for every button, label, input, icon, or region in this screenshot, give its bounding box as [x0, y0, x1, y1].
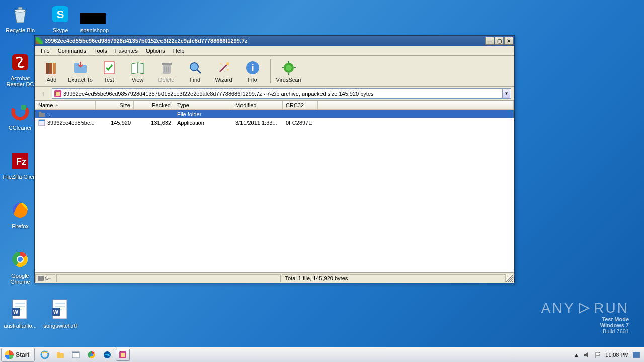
svg-rect-52	[39, 113, 45, 117]
address-dropdown[interactable]: ▼	[502, 89, 510, 98]
magnifier-icon	[187, 60, 203, 76]
desktop-icon-recycle-bin[interactable]: Recycle Bin	[2, 2, 38, 33]
svg-text:S: S	[57, 8, 64, 21]
flag-icon[interactable]	[594, 351, 601, 358]
resize-grip[interactable]	[506, 275, 513, 282]
col-size[interactable]: Size	[96, 101, 134, 109]
tool-label: Add	[47, 77, 57, 83]
task-app1[interactable]	[69, 349, 83, 361]
exe-icon	[38, 119, 45, 126]
menu-file[interactable]: File	[37, 47, 54, 55]
tool-find[interactable]: Find	[181, 57, 209, 85]
cell-crc: 0FC2897E	[283, 120, 318, 126]
task-winrar[interactable]	[116, 349, 130, 361]
table-row[interactable]: 39962ce4ed55bc... 145,920 131,632 Applic…	[35, 118, 514, 127]
tool-delete[interactable]: Delete	[152, 57, 180, 85]
tray-expand-icon[interactable]: ▲	[574, 352, 579, 358]
desktop-icon-filezilla[interactable]: Fz FileZilla Client	[2, 149, 38, 180]
play-icon	[578, 302, 591, 315]
disk-icon	[38, 276, 44, 281]
sort-asc-icon: ▲	[55, 103, 59, 107]
up-button[interactable]: ↑	[38, 88, 49, 99]
tool-wizard[interactable]: Wizard	[210, 57, 237, 85]
desktop-icon-label: Google Chrome	[2, 273, 38, 285]
start-button[interactable]: Start	[1, 348, 35, 362]
status-icons[interactable]	[35, 274, 55, 282]
cell-name: 39962ce4ed55bc...	[35, 119, 96, 126]
desktop-icon-skype[interactable]: S Skype	[42, 2, 78, 33]
address-field[interactable]: 39962ce4ed55bc96cd9857928d41357b0152ee3f…	[52, 88, 511, 99]
desktop-icon-chrome[interactable]: Google Chrome	[2, 247, 38, 285]
col-packed[interactable]: Packed	[134, 101, 174, 109]
tool-info[interactable]: iInfo	[238, 57, 266, 85]
svg-text:W: W	[13, 309, 19, 315]
col-name[interactable]: Name▲	[35, 101, 96, 109]
svg-rect-6	[21, 105, 26, 110]
task-explorer[interactable]	[53, 349, 67, 361]
system-tray: ▲ 11:08 PM	[570, 351, 644, 358]
task-edge[interactable]	[100, 349, 114, 361]
status-left	[56, 274, 281, 282]
watermark-line1: Test Mode	[541, 316, 629, 322]
svg-point-65	[90, 353, 93, 356]
desktop-icon-doc1[interactable]: W australianlo...	[2, 298, 38, 329]
col-type[interactable]: Type	[174, 101, 232, 109]
svg-point-36	[190, 63, 198, 71]
svg-rect-25	[46, 63, 49, 74]
taskbar: Start ▲ 11:08 PM	[0, 347, 644, 362]
maximize-button[interactable]: ▢	[495, 37, 504, 45]
svg-rect-69	[633, 352, 640, 358]
cell-size: 145,920	[96, 120, 134, 126]
file-rows[interactable]: .. File folder 39962ce4ed55bc... 145,920…	[35, 110, 514, 272]
svg-line-38	[220, 65, 227, 72]
menu-tools[interactable]: Tools	[90, 47, 111, 55]
toolbar-separator	[270, 59, 271, 83]
menu-commands[interactable]: Commands	[54, 47, 90, 55]
task-chrome[interactable]	[85, 349, 99, 361]
desktop-icon-label: Acrobat Reader DC	[2, 75, 38, 87]
windows-logo-icon	[5, 350, 14, 359]
chrome-icon	[87, 350, 96, 359]
table-row-up[interactable]: .. File folder	[35, 110, 514, 118]
desktop-icon-acrobat[interactable]: Acrobat Reader DC	[2, 50, 38, 87]
col-modified[interactable]: Modified	[232, 101, 283, 109]
books-icon	[44, 60, 60, 76]
acrobat-icon	[8, 50, 32, 74]
winrar-task-icon	[118, 350, 127, 359]
desktop-icon-spanishpop[interactable]: spanishpop	[76, 22, 113, 33]
show-desktop-button[interactable]	[633, 352, 640, 358]
col-crc32[interactable]: CRC32	[283, 101, 318, 109]
watermark-line3: Build 7601	[541, 328, 629, 334]
desktop-icon-firefox[interactable]: Firefox	[2, 198, 38, 229]
desktop-icon-doc2[interactable]: W songswitch.rtf	[42, 298, 78, 329]
tool-add[interactable]: Add	[38, 57, 65, 85]
menu-help[interactable]: Help	[169, 47, 189, 55]
tool-view[interactable]: View	[124, 57, 151, 85]
tool-extract[interactable]: Extract To	[66, 57, 94, 85]
desktop[interactable]: Recycle Bin S Skype spanishpop Acrobat R…	[0, 0, 644, 362]
clock[interactable]: 11:08 PM	[605, 352, 629, 358]
tool-label: VirusScan	[276, 77, 301, 83]
svg-rect-19	[55, 303, 65, 304]
chrome-icon	[8, 247, 32, 272]
ccleaner-icon	[8, 100, 32, 124]
winrar-icon	[36, 37, 43, 44]
desktop-icon-ccleaner[interactable]: CCleaner	[2, 100, 38, 131]
titlebar[interactable]: 39962ce4ed55bc96cd9857928d41357b0152ee3f…	[35, 36, 514, 46]
task-ie[interactable]	[38, 349, 52, 361]
menu-favorites[interactable]: Favorites	[111, 47, 142, 55]
cell-modified: 3/11/2011 1:33...	[232, 120, 283, 126]
toolbar: Add Extract To Test View Delete Find Wiz…	[35, 56, 514, 87]
menu-options[interactable]: Options	[142, 47, 169, 55]
minimize-button[interactable]: ─	[485, 37, 494, 45]
tool-virusscan[interactable]: VirusScan	[275, 57, 302, 85]
tool-test[interactable]: Test	[95, 57, 123, 85]
tool-label: Info	[248, 77, 257, 83]
svg-rect-27	[53, 63, 56, 74]
svg-rect-20	[55, 306, 65, 307]
close-button[interactable]: ✕	[504, 37, 513, 45]
desktop-icon-label: Skype	[53, 27, 68, 33]
desktop-icon-label: Recycle Bin	[6, 27, 35, 33]
svg-rect-56	[38, 276, 44, 281]
volume-icon[interactable]	[583, 351, 590, 358]
